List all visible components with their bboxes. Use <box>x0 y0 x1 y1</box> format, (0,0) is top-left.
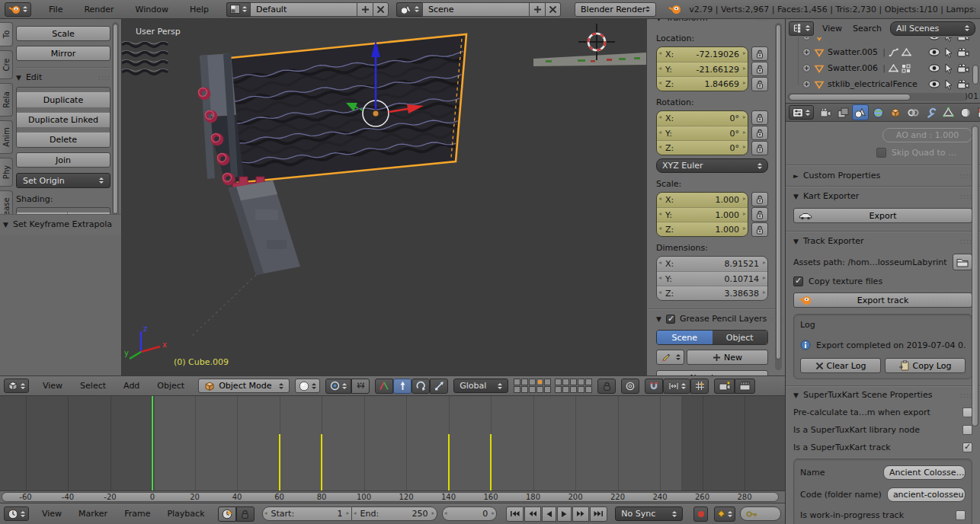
scale-manipulator-button[interactable] <box>430 379 448 394</box>
dimension-z-field[interactable]: Z:3.38638 <box>657 286 767 300</box>
lock-rotation-x-button[interactable] <box>751 110 768 125</box>
custom-properties-panel-header[interactable]: ► Custom Properties :::: <box>793 171 972 181</box>
manipulator-axes-button[interactable] <box>375 379 393 394</box>
mirror-button[interactable]: Mirror <box>16 46 110 61</box>
dimension-y-field[interactable]: Y:0.10714 <box>657 271 767 286</box>
stk-scene-panel-header[interactable]: ▼ SuperTuxKart Scene Properties :::: <box>793 390 972 400</box>
tool-tab-phy[interactable]: Phy <box>0 158 13 187</box>
panel-grip[interactable]: :::: <box>98 74 110 81</box>
tool-tab-cre[interactable]: Cre <box>0 50 13 79</box>
layer-toggle[interactable] <box>521 386 528 393</box>
tool-tab-rela[interactable]: Rela <box>0 83 13 117</box>
view3d-menu-view[interactable]: View <box>40 381 65 391</box>
lock-location-x-button[interactable] <box>751 46 768 61</box>
ground-strip[interactable] <box>533 53 646 66</box>
rotation-x-field[interactable]: X:0° <box>657 111 748 126</box>
outliner-display-mode-dropdown[interactable]: All Scenes <box>890 21 975 36</box>
duplicate-linked-button[interactable]: Duplicate Linked <box>17 112 110 127</box>
layer-toggle[interactable] <box>514 386 520 393</box>
delete-scene-button[interactable] <box>545 2 561 17</box>
object-name[interactable]: Swatter.005 <box>828 47 878 57</box>
location-z-field[interactable]: Z:1.84669 <box>657 76 748 91</box>
outliner-row[interactable]: Swatter.005| <box>786 44 980 60</box>
lock-time-cursor-toggle[interactable] <box>236 506 255 522</box>
outliner-menu-search[interactable]: Search <box>850 24 884 34</box>
lock-to-scene-button[interactable] <box>597 379 616 394</box>
timeline-menu-view[interactable]: View <box>40 509 64 519</box>
expand-icon[interactable] <box>802 48 811 56</box>
export-track-button[interactable]: Export track <box>793 292 972 308</box>
play-button[interactable] <box>557 506 572 522</box>
properties-tab-render-layers[interactable] <box>834 104 851 120</box>
expand-icon[interactable] <box>802 80 811 88</box>
track-name-field[interactable]: Ancient Colosse… <box>883 465 966 480</box>
layer-toggle[interactable] <box>562 379 569 385</box>
jump-to-start-button[interactable] <box>506 506 524 522</box>
layer-toggle[interactable] <box>536 379 543 385</box>
editor-type-selector-view3d[interactable] <box>4 379 29 393</box>
lock-rotation-y-button[interactable] <box>751 126 768 140</box>
outliner-row[interactable]: Swatter.006| <box>786 60 980 76</box>
camera-icon[interactable] <box>957 64 969 73</box>
layer-toggle[interactable] <box>562 386 569 393</box>
gp-object-tab[interactable]: Object <box>713 331 768 344</box>
eye-icon[interactable] <box>928 80 940 88</box>
duplicate-button[interactable]: Duplicate <box>17 92 110 107</box>
layer-toggle[interactable] <box>555 386 562 393</box>
properties-tab-scene[interactable] <box>852 104 869 120</box>
outliner-row-partial[interactable] <box>786 37 980 44</box>
properties-tab-constraints[interactable] <box>905 104 921 120</box>
scale-y-field[interactable]: Y:1.000 <box>657 207 748 222</box>
editor-type-selector-timeline[interactable] <box>4 506 29 521</box>
gp-new-layer-button[interactable]: New Layer <box>656 370 768 375</box>
object-name[interactable]: stklib_electricalFenceP <box>828 79 918 89</box>
snap-element-dropdown[interactable] <box>663 379 690 394</box>
layer-toggle[interactable] <box>585 379 592 385</box>
join-button[interactable]: Join <box>16 152 110 168</box>
snap-toggle[interactable] <box>645 379 663 394</box>
scale-x-field[interactable]: X:1.000 <box>657 193 748 207</box>
scene-icon-button[interactable] <box>396 2 422 17</box>
concrete-base[interactable] <box>192 181 300 336</box>
background-object[interactable] <box>122 42 168 75</box>
timeline-ruler[interactable]: -60-40-200204060801001201401601802002202… <box>0 491 785 503</box>
object-name[interactable]: Swatter.006 <box>828 63 878 73</box>
layer-toggle[interactable] <box>555 379 562 385</box>
track-exporter-panel-header[interactable]: ▼ Track Exporter :::: <box>793 236 972 246</box>
rotation-z-field[interactable]: Z:0° <box>657 140 748 155</box>
jump-to-end-button[interactable] <box>590 506 607 522</box>
gp-scene-tab[interactable]: Scene <box>657 331 713 344</box>
add-layout-button[interactable] <box>357 2 373 17</box>
layer-toggle[interactable] <box>578 386 584 393</box>
layer-toggle[interactable] <box>521 379 528 385</box>
scale-z-field[interactable]: Z:1.000 <box>657 222 748 236</box>
clear-log-button[interactable]: Clear Log <box>800 358 881 373</box>
rotate-manipulator-button[interactable] <box>412 379 430 394</box>
outliner-v-scrollbar[interactable] <box>972 65 978 85</box>
layer-toggle[interactable] <box>544 386 551 393</box>
editor-type-selector-properties[interactable] <box>789 105 814 120</box>
tool-tab-to[interactable]: To <box>0 22 13 46</box>
expand-icon[interactable] <box>802 37 811 40</box>
play-reverse-button[interactable] <box>542 506 556 522</box>
properties-tab-texture[interactable] <box>975 104 980 120</box>
keying-set-field[interactable] <box>740 506 781 521</box>
dimension-x-field[interactable]: X:8.91521 <box>657 257 767 271</box>
next-keyframe-button[interactable] <box>572 506 589 522</box>
menu-render[interactable]: Render <box>82 5 116 14</box>
set-keyframe-panel-header[interactable]: ▼ Set Keyframe Extrapola <box>0 214 122 233</box>
location-y-field[interactable]: Y:-21.66129 <box>657 62 748 76</box>
translate-manipulator-button[interactable] <box>393 379 412 394</box>
rotation-mode-dropdown[interactable]: XYZ Euler <box>656 158 768 173</box>
timeline-current-frame-marker[interactable] <box>152 396 153 490</box>
view3d-menu-add[interactable]: Add <box>121 381 142 391</box>
edit-panel-header[interactable]: ▼ Edit :::: <box>16 72 110 82</box>
properties-tab-data[interactable] <box>940 104 956 120</box>
current-frame-field[interactable]: 0 <box>442 506 498 521</box>
tool-shelf-scrollbar[interactable] <box>112 22 119 225</box>
eye-icon[interactable] <box>928 64 940 72</box>
screen-layout-icon-button[interactable] <box>226 2 250 17</box>
layer-toggle[interactable] <box>514 379 520 385</box>
viewport-shading-dropdown[interactable] <box>295 379 320 393</box>
tool-tab-anim[interactable]: Anim <box>0 120 13 154</box>
